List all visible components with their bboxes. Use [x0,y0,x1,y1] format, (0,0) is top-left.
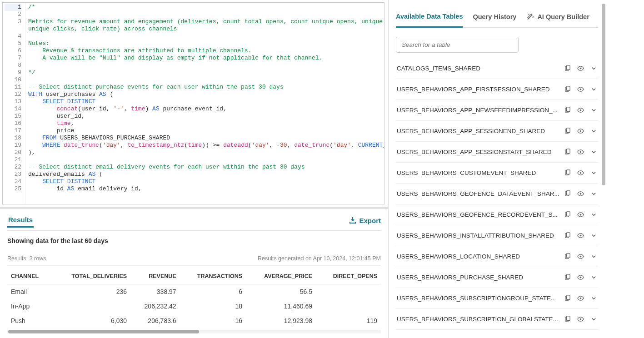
chevron-down-icon[interactable] [590,86,597,93]
chevron-down-icon[interactable] [590,274,597,281]
table-item[interactable]: USERS_BEHAVIORS_SUBSCRIPTION_GLOBALSTATE… [396,309,598,330]
horizontal-scrollbar[interactable] [7,330,381,333]
eye-icon[interactable] [577,316,584,323]
eye-icon[interactable] [577,107,584,114]
table-item[interactable]: USERS_BEHAVIORS_APP_NEWSFEEDIMPRESSION_.… [396,100,598,121]
column-header[interactable]: REVENUE [130,268,180,284]
results-subtitle: Showing data for the last 60 days [7,237,381,244]
chevron-down-icon[interactable] [590,149,597,155]
eye-icon[interactable] [577,169,584,176]
svg-point-35 [579,298,581,299]
copy-icon[interactable] [564,211,571,218]
eye-icon[interactable] [577,211,584,218]
tab-query-history[interactable]: Query History [473,10,516,27]
eye-icon[interactable] [577,274,584,281]
code-area[interactable]: /*Metrics for revenue amount and engagem… [25,3,384,204]
results-table: CHANNELTOTAL_DELIVERIESREVENUETRANSACTIO… [7,268,381,328]
tab-ai-label: AI Query Builder [537,13,589,20]
svg-point-14 [579,151,581,153]
vertical-scrollbar[interactable] [602,4,605,185]
search-input[interactable] [396,37,519,53]
table-item[interactable]: USERS_BEHAVIORS_APP_SESSIONEND_SHARED [396,121,598,142]
table-name: USERS_BEHAVIORS_APP_NEWSFEEDIMPRESSION_.… [397,107,564,114]
column-header[interactable]: TOTAL_DELIVERIES [51,268,130,284]
table-item[interactable]: USERS_BEHAVIORS_INSTALLATTRIBUTION_SHARE… [396,225,598,246]
eye-icon[interactable] [577,190,584,197]
chevron-down-icon[interactable] [590,107,597,114]
chevron-down-icon[interactable] [590,169,597,176]
copy-icon[interactable] [564,86,571,93]
copy-icon[interactable] [564,253,571,260]
svg-point-2 [579,68,581,70]
table-name: USERS_BEHAVIORS_SUBSCRIPTIONGROUP_STATE.… [397,295,564,302]
copy-icon[interactable] [564,65,571,72]
chevron-down-icon[interactable] [590,190,597,197]
table-item[interactable]: USERS_BEHAVIORS_LOCATION_SHARED [396,246,598,267]
table-item[interactable]: USERS_BEHAVIORS_CUSTOMEVENT_SHARED [396,163,598,184]
chevron-down-icon[interactable] [590,253,597,260]
tab-available-tables[interactable]: Available Data Tables [396,9,463,28]
chevron-down-icon[interactable] [590,316,597,323]
column-header[interactable]: AVERAGE_PRICE [246,268,316,284]
svg-point-17 [579,172,581,174]
download-icon [349,217,356,224]
eye-icon[interactable] [577,253,584,260]
eye-icon[interactable] [577,86,584,93]
table-item[interactable]: CATALOGS_ITEMS_SHARED [396,58,598,79]
results-tab[interactable]: Results [7,213,34,228]
svg-rect-28 [566,254,570,258]
row-count-label: Results: 3 rows [7,255,46,262]
table-name: USERS_BEHAVIORS_SUBSCRIPTION_GLOBALSTATE… [397,316,564,323]
eye-icon[interactable] [577,149,584,155]
svg-point-32 [579,277,581,278]
table-name: USERS_BEHAVIORS_LOCATION_SHARED [397,253,564,260]
tab-ai-query-builder[interactable]: AI Query Builder [526,9,589,27]
svg-point-26 [579,235,581,237]
column-header[interactable]: CHANNEL [7,268,51,284]
chevron-down-icon[interactable] [590,128,597,134]
table-item[interactable]: USERS_BEHAVIORS_SUBSCRIPTIONGROUP_STATE.… [396,288,598,309]
svg-point-20 [579,193,581,195]
eye-icon[interactable] [577,295,584,302]
table-name: USERS_BEHAVIORS_PURCHASE_SHARED [397,274,564,281]
copy-icon[interactable] [564,295,571,302]
chevron-down-icon[interactable] [590,232,597,239]
chevron-down-icon[interactable] [590,65,597,72]
table-item[interactable]: USERS_BEHAVIORS_GEOFENCE_DATAEVENT_SHAR.… [396,184,598,204]
line-gutter: 1234567891011121314151617181920212223242… [3,3,25,204]
table-name: CATALOGS_ITEMS_SHARED [397,65,564,72]
copy-icon[interactable] [564,190,571,197]
svg-rect-25 [566,233,570,237]
table-item[interactable]: USERS_BEHAVIORS_APP_SESSIONSTART_SHARED [396,142,598,163]
column-header[interactable]: TRANSACTIONS [180,268,246,284]
svg-rect-31 [566,274,570,278]
svg-point-29 [579,256,581,258]
chevron-down-icon[interactable] [590,295,597,302]
table-row: Email236338.97656.5 [7,284,381,299]
table-list: CATALOGS_ITEMS_SHAREDUSERS_BEHAVIORS_APP… [396,58,598,330]
copy-icon[interactable] [564,128,571,134]
eye-icon[interactable] [577,65,584,72]
copy-icon[interactable] [564,316,571,323]
sql-editor[interactable]: 1234567891011121314151617181920212223242… [2,2,384,204]
table-item[interactable]: USERS_BEHAVIORS_PURCHASE_SHARED [396,267,598,288]
table-name: USERS_BEHAVIORS_APP_SESSIONSTART_SHARED [397,149,564,155]
table-item[interactable]: USERS_BEHAVIORS_GEOFENCE_RECORDEVENT_S..… [396,204,598,225]
horizontal-scrollbar-thumb[interactable] [8,330,199,333]
chevron-down-icon[interactable] [590,211,597,218]
export-button[interactable]: Export [349,217,381,224]
eye-icon[interactable] [577,232,584,239]
svg-rect-19 [566,191,570,195]
column-header[interactable]: DIRECT_OPENS [316,268,381,284]
svg-rect-34 [566,295,570,299]
copy-icon[interactable] [564,232,571,239]
export-label: Export [359,217,381,224]
table-item[interactable]: USERS_BEHAVIORS_APP_FIRSTSESSION_SHARED [396,79,598,100]
copy-icon[interactable] [564,107,571,114]
copy-icon[interactable] [564,274,571,281]
svg-point-23 [579,214,581,216]
eye-icon[interactable] [577,128,584,134]
copy-icon[interactable] [564,169,571,176]
copy-icon[interactable] [564,149,571,155]
table-name: USERS_BEHAVIORS_APP_FIRSTSESSION_SHARED [397,86,564,93]
